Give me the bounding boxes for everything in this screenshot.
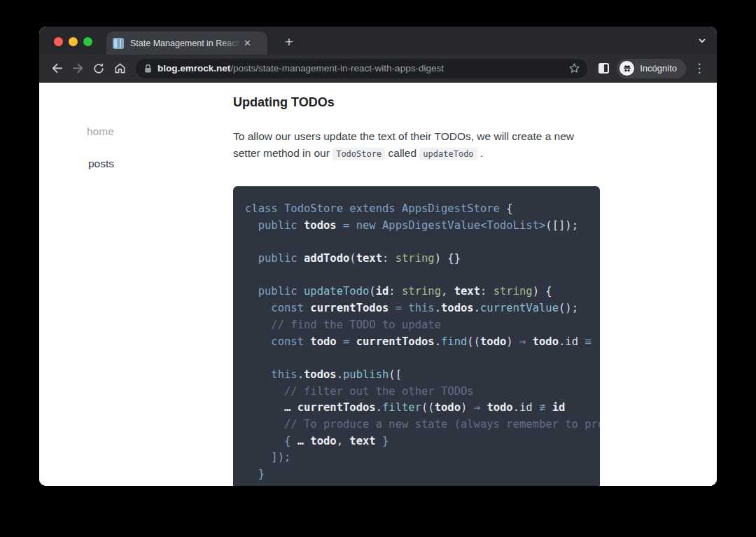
browser-toolbar: blog.emrock.net/posts/state-management-i… — [39, 55, 717, 83]
url-path: /posts/state-management-in-react-with-ap… — [230, 63, 444, 74]
code-line: // filter out the other TODOs — [245, 384, 600, 400]
tab-title: State Management in React Wi — [130, 39, 241, 48]
code-line: public todos = new AppsDigestValue<TodoL… — [245, 218, 600, 235]
code-line — [245, 267, 600, 284]
paragraph-text: . — [477, 147, 484, 159]
kebab-menu-icon: ⋮ — [692, 61, 707, 76]
code-line: public updateTodo(id: string, text: stri… — [245, 284, 600, 300]
paragraph-text: called — [385, 147, 419, 159]
code-line: } — [245, 466, 600, 483]
code-line: } — [245, 483, 600, 486]
code-line — [245, 234, 600, 251]
page-title: Updating TODOs — [233, 95, 335, 110]
reload-button[interactable] — [88, 58, 109, 79]
browser-window: State Management in React Wi ✕ + — [39, 27, 717, 486]
article-paragraph: To allow our users update the text of th… — [233, 128, 589, 162]
incognito-icon — [620, 61, 634, 76]
home-button[interactable] — [109, 58, 130, 79]
window-controls — [54, 37, 92, 46]
code-line: class TodoStore extends AppsDigestStore … — [245, 201, 600, 218]
url-bar[interactable]: blog.emrock.net/posts/state-management-i… — [136, 59, 587, 78]
url-text: blog.emrock.net/posts/state-management-i… — [158, 63, 568, 74]
browser-tab[interactable]: State Management in React Wi ✕ — [106, 32, 267, 55]
url-domain: blog.emrock.net — [158, 63, 230, 74]
incognito-label: Incógnito — [640, 63, 677, 74]
tab-search-chevron-icon[interactable] — [697, 36, 707, 46]
sidebar-item-home[interactable]: home — [87, 125, 114, 138]
sidebar-item-posts[interactable]: posts — [88, 158, 114, 170]
back-button[interactable] — [46, 58, 67, 79]
lock-icon — [144, 64, 152, 74]
close-window-button[interactable] — [54, 37, 63, 46]
minimize-window-button[interactable] — [69, 37, 78, 46]
side-panel-icon — [598, 63, 609, 74]
code-block: class TodoStore extends AppsDigestStore … — [233, 186, 600, 486]
bookmark-star-icon[interactable] — [568, 62, 580, 74]
zoom-window-button[interactable] — [83, 37, 92, 46]
code-line — [245, 350, 600, 367]
code-line: // find the TODO to update — [245, 317, 600, 334]
tab-close-icon[interactable]: ✕ — [244, 39, 251, 48]
side-panel-button[interactable] — [593, 58, 614, 79]
new-tab-button[interactable]: + — [279, 32, 300, 53]
tab-strip: State Management in React Wi ✕ + — [39, 27, 717, 55]
browser-menu-button[interactable]: ⋮ — [689, 58, 710, 79]
code-line: … currentTodos.filter((todo) ⇒ todo.id ≢… — [245, 400, 600, 417]
code-line: { … todo, text } — [245, 433, 600, 450]
incognito-badge: Incógnito — [617, 59, 686, 78]
code-line: public addTodo(text: string) {} — [245, 251, 600, 267]
page-favicon-icon — [113, 38, 124, 49]
code-line: ]); — [245, 449, 600, 466]
code-line: const currentTodos = this.todos.currentV… — [245, 300, 600, 317]
code-line: const todo = currentTodos.find((todo) ⇒ … — [245, 334, 600, 351]
inline-code-todostore: TodoStore — [332, 148, 385, 160]
page-content: home posts Updating TODOs To allow our u… — [39, 83, 717, 486]
inline-code-updatetodo: updateTodo — [419, 148, 477, 160]
code-line: this.todos.publish([ — [245, 367, 600, 384]
tab-title-fade — [221, 39, 241, 48]
forward-button[interactable] — [67, 58, 88, 79]
code-line: // To produce a new state (always rememb… — [245, 417, 600, 433]
